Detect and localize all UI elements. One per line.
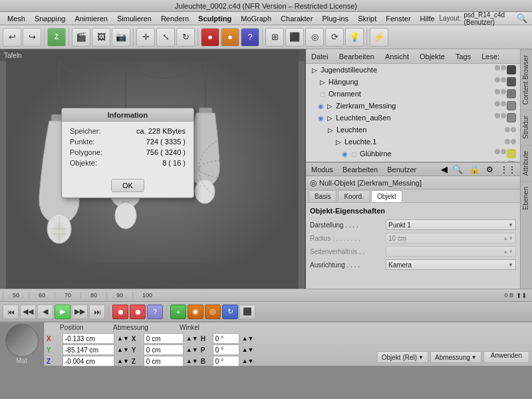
obj-panel[interactable]: ▷ Jugendstilleuchte ▷ Hängung [306,64,520,162]
dropdown-objekt[interactable]: Objekt (Rel) ▼ [377,351,428,363]
attr-input-ausrichtung[interactable]: Kamera ▼ [386,259,516,270]
menu-snapping[interactable]: Snapping [30,13,70,24]
toolbar-rotate[interactable]: ↻ [176,28,195,47]
menu-mograph[interactable]: MoGraph [236,13,276,24]
param-b-angle[interactable] [213,356,239,366]
apply-button[interactable]: Anwenden [483,351,529,363]
transport-btn-key5[interactable]: ⬛ [239,305,255,319]
menu-mesh[interactable]: Mesh [3,13,30,24]
transport-btn-start[interactable]: ⏮ [3,305,19,319]
obj-row-leuchten[interactable]: ▷ Leuchten [306,124,520,136]
transport-btn-rec1[interactable]: ⏺ [112,305,128,319]
transport-btn-key3[interactable]: ◎ [205,305,221,319]
attr-settings-icon[interactable]: ⚙ [486,165,493,174]
toolbar-sculpt1[interactable]: ● [201,28,219,47]
transport-btn-prev-key[interactable]: ◀◀ [20,305,36,319]
obj-menu-tags[interactable]: Tags [453,53,473,61]
param-y-pos-arrows[interactable]: ▲▼ [117,346,129,353]
toolbar-light[interactable]: 💡 [345,28,364,47]
param-y-abm[interactable] [144,344,184,355]
param-b-arrows[interactable]: ▲▼ [242,358,254,364]
attr-input-seitenverh[interactable]: ▲▼ [386,246,516,257]
toolbar-live[interactable]: Z [47,28,66,47]
toolbar-stamp[interactable]: ◎ [305,28,324,47]
menu-skript[interactable]: Skript [353,13,381,24]
param-h-arrows[interactable]: ▲▼ [242,335,254,342]
obj-row-jugendstil[interactable]: ▷ Jugendstilleuchte [306,64,520,76]
transport-btn-end[interactable]: ⏭ [89,305,105,319]
dropdown-abmessung[interactable]: Abmessung ▼ [430,351,481,363]
transport-btn-key1[interactable]: + [170,305,186,319]
transport-btn-next[interactable]: ▶▶ [72,305,88,319]
right-tab-ebenen[interactable]: Ebenen [521,181,532,215]
toolbar-move[interactable]: ✛ [136,28,155,47]
menu-animieren[interactable]: Animieren [70,13,112,24]
tab-objekt[interactable]: Objekt [371,190,402,202]
param-p-arrows[interactable]: ▲▼ [242,346,254,353]
right-tab-content-browser[interactable]: Content Browser [521,49,532,110]
dialog-ok-button[interactable]: OK [111,179,144,192]
param-z-pos-arrows[interactable]: ▲▼ [117,358,129,364]
menu-sculpting[interactable]: Sculpting [194,13,236,24]
attr-menu-modus[interactable]: Modus [309,166,336,174]
attr-input-darstellung[interactable]: Punkt 1 ▼ [386,219,516,230]
vp-menu-tafeln[interactable]: Tafeln [4,52,22,59]
param-p-angle[interactable] [213,344,239,355]
attr-menu-benutzer[interactable]: Benutzer [384,166,419,174]
menu-hilfe[interactable]: Hilfe [416,13,440,24]
transport-btn-prev[interactable]: ◀ [37,305,53,319]
param-z-abm-arrows[interactable]: ▲▼ [186,358,198,364]
attr-input-radius[interactable]: 10 cm ▲▼ [386,233,516,243]
obj-row-leuchte1[interactable]: ▷ Leuchte.1 [306,136,520,148]
transport-btn-rec2[interactable]: ⏺ [130,305,146,319]
transport-btn-help[interactable]: ? [147,305,163,319]
param-y-abm-arrows[interactable]: ▲▼ [186,346,198,353]
menu-plugins[interactable]: Plug-ins [317,13,353,24]
menu-rendern[interactable]: Rendern [156,13,194,24]
toolbar-redo[interactable]: ↪ [23,28,41,47]
search-icon[interactable]: 🔍 [515,13,529,23]
obj-row-leuchten-aussen[interactable]: ◉ ▷ Leuchten_außen [306,112,520,124]
toolbar-cam[interactable]: 📷 [112,28,130,47]
param-x-pos[interactable] [63,333,114,344]
obj-menu-ansicht[interactable]: Ansicht [382,53,412,61]
param-z-pos[interactable] [63,356,114,366]
attr-search-icon[interactable]: 🔍 [453,165,463,174]
toolbar-sculpt2[interactable]: ● [221,28,239,47]
obj-menu-datei[interactable]: Datei [309,53,331,61]
tab-basis[interactable]: Basis [309,190,336,202]
param-h-angle[interactable] [213,333,239,344]
toolbar-stencil[interactable]: ⟳ [325,28,344,47]
toolbar-sym[interactable]: ⊞ [265,28,284,47]
param-y-pos[interactable] [63,344,114,355]
param-x-abm-arrows[interactable]: ▲▼ [186,335,198,342]
toolbar-mask[interactable]: ⬛ [285,28,304,47]
right-tab-struktur[interactable]: Struktur [521,110,532,144]
obj-row-haengung[interactable]: ▷ Hängung [306,76,520,88]
toolbar-extra[interactable]: ⚡ [370,28,388,47]
menu-fenster[interactable]: Fenster [381,13,415,24]
viewport[interactable]: Tafeln [0,49,306,289]
attr-lock-icon[interactable]: 🔒 [469,165,479,174]
transport-btn-key4[interactable]: ↻ [222,305,238,319]
obj-row-ornament[interactable]: ◻ Ornament [306,88,520,100]
transport-btn-play[interactable]: ▶ [55,305,70,319]
tab-koord[interactable]: Koord. [338,190,369,202]
param-z-abm[interactable] [144,356,184,366]
toolbar-undo[interactable]: ↩ [3,28,21,47]
toolbar-sculpt3[interactable]: ? [241,28,259,47]
obj-row-gluhbirne[interactable]: ◉ ◻ Glühbirne [306,148,520,160]
attr-menu-bearbeiten[interactable]: Bearbeiten [340,166,380,174]
layout-value[interactable]: psd_R14_c4d (Benutzer) [461,11,515,26]
attr-nav-left[interactable]: ◀ [441,164,448,174]
param-x-pos-arrows[interactable]: ▲▼ [117,335,129,342]
obj-menu-bearbeiten[interactable]: Bearbeiten [336,53,377,61]
obj-menu-lese[interactable]: Lese: [479,53,502,61]
obj-menu-objekte[interactable]: Objekte [417,53,448,61]
obj-row-glaskorper[interactable]: ◉ ◻ Glaskörper [306,160,520,162]
toolbar-render[interactable]: 🖼 [92,28,110,47]
toolbar-anim[interactable]: 🎬 [72,28,90,47]
menu-simulieren[interactable]: Simulieren [112,13,156,24]
menu-charakter[interactable]: Charakter [276,13,317,24]
toolbar-scale[interactable]: ⤡ [156,28,175,47]
